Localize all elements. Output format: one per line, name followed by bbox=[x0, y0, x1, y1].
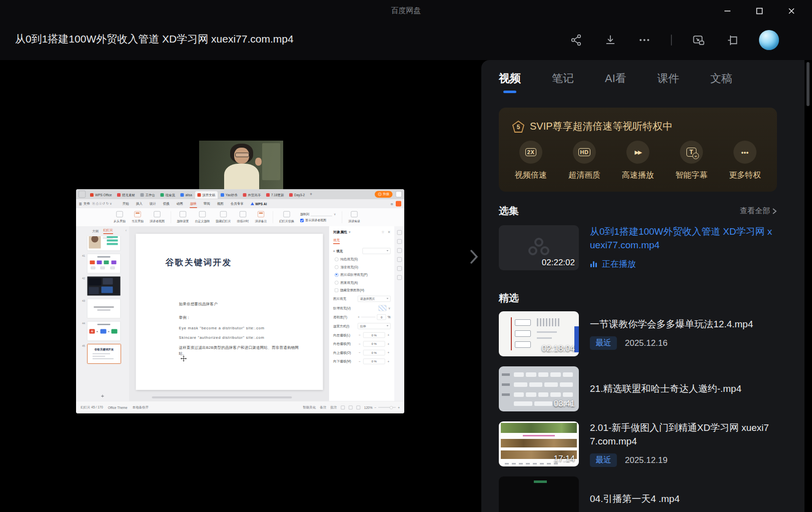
slide-thumbnail[interactable] bbox=[87, 254, 121, 273]
ribbon-presenter-view[interactable]: 演讲者视图 bbox=[150, 211, 165, 223]
menu-transition[interactable]: 切换 bbox=[163, 200, 170, 208]
offset-value[interactable]: 0 % bbox=[363, 341, 385, 347]
ribbon-slide-switch[interactable]: 幻灯片切换 bbox=[279, 211, 294, 223]
feature-ai-subtitle[interactable]: Tai 智能字幕 bbox=[672, 141, 710, 181]
maximize-button[interactable] bbox=[751, 4, 768, 18]
featured-thumbnail[interactable] bbox=[499, 476, 579, 512]
offset-value[interactable]: 0 % bbox=[363, 359, 385, 364]
menu-member[interactable]: 会员专享 bbox=[230, 200, 244, 208]
featured-item-title[interactable]: 2.01-新手做图入门到精通XD学习网 xuexi77.com.mp4 bbox=[590, 421, 776, 448]
tool-icon[interactable] bbox=[397, 239, 402, 244]
share-icon[interactable] bbox=[569, 33, 584, 48]
featured-thumbnail[interactable]: 17:14 bbox=[499, 421, 579, 466]
zoom-in-icon[interactable]: + bbox=[398, 405, 400, 409]
ribbon-from-current[interactable]: 当页开始 bbox=[132, 211, 144, 223]
tab-ai-watch[interactable]: AI看 bbox=[605, 71, 626, 93]
play-to-row[interactable]: 放映到∨ bbox=[300, 212, 336, 217]
svip-banner[interactable]: 5 SVIP尊享超清倍速等视听特权中 2X 视频倍速 HD 超清画质 ▶▶ 高速… bbox=[499, 108, 777, 192]
window-mode-icon[interactable] bbox=[396, 191, 402, 197]
quick-access-toolbar[interactable]: ⎘ ⎙ ⌸ ↺ ↻ ∨ bbox=[93, 202, 112, 206]
current-episode-item[interactable]: 02:22:02 从0到1搭建100W外贸收入管道 XD学习网 xuexi77.… bbox=[499, 225, 776, 270]
close-panel-icon[interactable]: ✕ bbox=[388, 230, 391, 234]
new-tab-button[interactable]: + bbox=[310, 192, 312, 197]
increment-button[interactable]: + bbox=[387, 359, 391, 363]
menu-insert[interactable]: 插入 bbox=[136, 200, 143, 208]
minimize-button[interactable] bbox=[719, 4, 736, 18]
presenter-checkbox-row[interactable]: 显示演讲者视图 bbox=[300, 218, 336, 223]
fill-section-row[interactable]: ▾ 填充 bbox=[333, 248, 391, 254]
feature-hd-quality[interactable]: HD 超清画质 bbox=[565, 141, 603, 181]
pin-icon[interactable]: ☆ bbox=[381, 230, 384, 234]
slider-handle-icon[interactable]: + bbox=[358, 315, 360, 319]
wps-tab[interactable]: 7.18更新 bbox=[264, 191, 286, 199]
fill-tab[interactable]: 填充 bbox=[333, 238, 340, 244]
radio-picture-fill[interactable]: 图片或纹理填充(P) bbox=[335, 273, 391, 277]
wps-tab-active[interactable]: 演示文稿 bbox=[195, 191, 218, 199]
decrement-button[interactable]: − bbox=[358, 351, 362, 355]
tool-icon[interactable] bbox=[397, 266, 402, 271]
close-button[interactable] bbox=[783, 4, 800, 18]
slide-thumbnail[interactable] bbox=[87, 236, 121, 251]
offset-value[interactable]: 0 % bbox=[363, 332, 385, 338]
tool-icon[interactable] bbox=[397, 248, 402, 253]
radio-pattern-fill[interactable]: 图案填充(A) bbox=[335, 280, 391, 285]
slide-thumb-row[interactable]: 43 bbox=[80, 299, 129, 318]
view-all-link[interactable]: 查看全部 bbox=[740, 206, 777, 216]
play-to-field[interactable] bbox=[311, 212, 332, 216]
ribbon-speaker-notes[interactable]: 演讲备注 bbox=[255, 211, 267, 223]
tab-slides[interactable]: 幻灯片 bbox=[103, 228, 113, 234]
add-icon[interactable]: ⊕ bbox=[391, 202, 393, 206]
view-mode-icon[interactable] bbox=[349, 405, 353, 409]
slide-thumb-row[interactable]: 44 AI + + bbox=[80, 321, 129, 341]
increment-button[interactable]: + bbox=[387, 333, 391, 337]
comments-button[interactable]: 批注 bbox=[330, 405, 337, 410]
ribbon-setup-show[interactable]: 放映设置 bbox=[177, 211, 189, 223]
slide-thumbnail[interactable] bbox=[87, 299, 121, 318]
tab-video[interactable]: 视频 bbox=[499, 71, 521, 93]
slide-thumb-row-selected[interactable]: 45 谷歌关键词开发 bbox=[80, 344, 129, 364]
slide-thumb-row[interactable]: 42 bbox=[80, 276, 129, 296]
featured-item[interactable]: 03:41 21.精选联盟和哈士奇达人邀约-.mp4 bbox=[499, 366, 776, 411]
opacity-value[interactable]: 0 bbox=[377, 314, 386, 320]
dropdown-icon[interactable]: ∨ bbox=[388, 306, 391, 310]
wps-tab[interactable]: Yao秒杀 bbox=[218, 191, 240, 199]
menu-design[interactable]: 设计 bbox=[149, 200, 157, 208]
slide-thumbnail[interactable] bbox=[87, 276, 121, 296]
current-slide[interactable]: 谷歌关键词开发 如果你想要找品牌客户 举例： Eye mask "become … bbox=[136, 234, 323, 390]
mini-player-icon[interactable] bbox=[691, 33, 706, 48]
slide-thumbnail-selected[interactable]: 谷歌关键词开发 bbox=[87, 344, 121, 364]
tab-transcript[interactable]: 文稿 bbox=[710, 71, 732, 93]
fill-dropdown[interactable] bbox=[363, 248, 391, 254]
file-menu[interactable]: ☰文件 bbox=[79, 202, 90, 206]
wps-tab[interactable]: 现金流 bbox=[158, 191, 178, 199]
menu-slideshow[interactable]: 放映 bbox=[190, 200, 197, 208]
tab-courseware[interactable]: 课件 bbox=[657, 71, 679, 93]
current-episode-thumbnail[interactable]: 02:22:02 bbox=[499, 225, 579, 270]
collapse-panel-arrow-icon[interactable]: ‹ bbox=[126, 229, 127, 233]
ribbon-from-start[interactable]: 从头开始 bbox=[114, 211, 126, 223]
decrement-button[interactable]: − bbox=[358, 359, 362, 363]
menu-view[interactable]: 视图 bbox=[217, 200, 224, 208]
wps-tab[interactable]: WPS Office bbox=[88, 191, 114, 199]
featured-item-title[interactable]: 21.精选联盟和哈士奇达人邀约-.mp4 bbox=[590, 382, 776, 396]
placement-dropdown[interactable]: 拉伸 bbox=[358, 323, 391, 329]
share-button-orange[interactable] bbox=[396, 201, 401, 207]
increment-button[interactable]: + bbox=[387, 342, 391, 346]
ribbon-record[interactable]: 演讲实录 bbox=[348, 211, 360, 223]
featured-item[interactable]: 17:14 2.01-新手做图入门到精通XD学习网 xuexi77.com.mp… bbox=[499, 421, 776, 467]
ribbon-rehearse[interactable]: 排练计时 bbox=[237, 211, 249, 223]
feature-speed-2x[interactable]: 2X 视频倍速 bbox=[512, 141, 550, 181]
add-slide-button[interactable]: + bbox=[76, 393, 129, 399]
picture-fill-dropdown[interactable]: 请选择图片 bbox=[358, 296, 391, 302]
upgrade-button[interactable]: 升级 bbox=[375, 191, 393, 198]
decrement-button[interactable]: − bbox=[358, 333, 362, 337]
opacity-slider[interactable] bbox=[361, 317, 376, 317]
beautify-button[interactable]: 智能美化 bbox=[303, 405, 316, 410]
radio-solid-fill[interactable]: 纯色填充(S) bbox=[335, 257, 391, 262]
current-episode-title[interactable]: 从0到1搭建100W外贸收入管道 XD学习网 xuexi77.com.mp4 bbox=[590, 225, 776, 252]
featured-item[interactable]: 02:18:04 一节课教你学会多多爆单玩法12.4.mp4 最近 2025.1… bbox=[499, 311, 776, 356]
notes-button[interactable]: 备注 bbox=[320, 405, 326, 410]
horizontal-scrollbar[interactable] bbox=[137, 396, 319, 399]
backup-status[interactable]: 本地备份开 bbox=[133, 405, 149, 410]
menu-start[interactable]: 开始 bbox=[122, 200, 130, 208]
